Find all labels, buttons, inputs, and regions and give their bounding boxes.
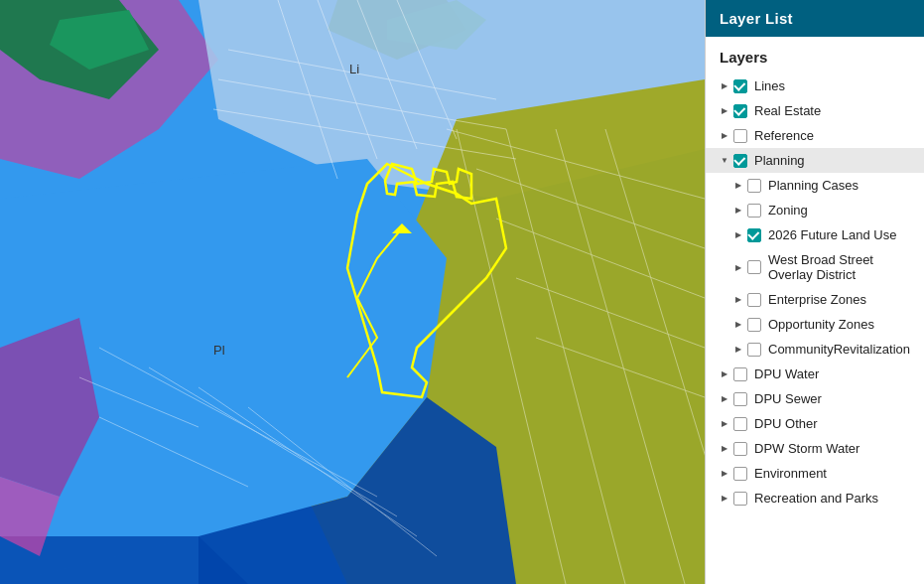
layer-checkbox-enterprise-zones[interactable] [747,293,761,307]
layer-checkbox-dpu-other[interactable] [733,417,747,431]
layer-item-community-revitalization[interactable]: ▶CommunityRevitalization [706,337,924,362]
layer-label-dpw-storm-water: DPW Storm Water [754,441,859,456]
layer-item-dpu-sewer[interactable]: ▶DPU Sewer [706,386,924,411]
expand-arrow-icon[interactable]: ▶ [733,262,743,272]
layer-label-dpu-water: DPU Water [754,366,819,381]
layer-checkbox-recreation-parks[interactable] [733,492,747,506]
layer-label-west-broad: West Broad Street Overlay District [768,252,910,282]
layers-list: ▶Lines▶Real Estate▶Reference▼Planning▶Pl… [706,73,924,511]
layer-checkbox-dpw-storm-water[interactable] [733,442,747,456]
map-area[interactable]: Li Pl [0,0,705,584]
layer-label-enterprise-zones: Enterprise Zones [768,292,866,307]
layer-item-future-land-use[interactable]: ▶2026 Future Land Use [706,222,924,247]
expand-arrow-icon[interactable]: ▶ [720,369,729,379]
layer-checkbox-lines[interactable] [733,79,747,93]
layer-item-lines[interactable]: ▶Lines [706,73,924,98]
layer-checkbox-community-revitalization[interactable] [747,343,761,357]
layer-item-opportunity-zones[interactable]: ▶Opportunity Zones [706,312,924,337]
expand-arrow-icon[interactable]: ▶ [733,181,743,191]
layer-item-dpu-other[interactable]: ▶DPU Other [706,411,924,436]
layer-label-community-revitalization: CommunityRevitalization [768,342,910,357]
expand-arrow-icon[interactable]: ▶ [733,206,743,216]
layer-item-real-estate[interactable]: ▶Real Estate [706,98,924,123]
layer-label-real-estate: Real Estate [754,103,821,118]
layer-item-environment[interactable]: ▶Environment [706,461,924,486]
layer-item-zoning[interactable]: ▶Zoning [706,198,924,222]
expand-arrow-icon[interactable]: ▶ [733,320,743,330]
layer-item-recreation-parks[interactable]: ▶Recreation and Parks [706,486,924,511]
layer-panel-header: Layer List [706,0,924,37]
layer-checkbox-planning-cases[interactable] [747,179,761,193]
layer-panel: Layer List Layers ▶Lines▶Real Estate▶Ref… [705,0,924,584]
layer-label-zoning: Zoning [768,203,808,218]
layer-checkbox-dpu-water[interactable] [733,367,747,381]
layer-item-planning-cases[interactable]: ▶Planning Cases [706,173,924,198]
expand-arrow-icon[interactable]: ▶ [720,494,729,504]
expand-arrow-icon[interactable]: ▶ [720,419,729,429]
layer-checkbox-environment[interactable] [733,467,747,481]
expand-arrow-icon[interactable]: ▶ [720,81,729,91]
layer-item-reference[interactable]: ▶Reference [706,123,924,148]
layer-checkbox-dpu-sewer[interactable] [733,392,747,406]
layer-label-planning: Planning [754,153,805,168]
expand-arrow-icon[interactable]: ▶ [733,230,743,240]
layer-label-reference: Reference [754,128,814,143]
expand-arrow-icon[interactable]: ▶ [720,444,729,454]
layer-checkbox-zoning[interactable] [747,204,761,218]
layer-item-planning[interactable]: ▼Planning [706,148,924,173]
layer-checkbox-west-broad[interactable] [747,260,761,274]
layers-title: Layers [706,37,924,73]
layer-checkbox-future-land-use[interactable] [747,228,761,242]
layer-label-dpu-other: DPU Other [754,416,818,431]
layer-label-future-land-use: 2026 Future Land Use [768,227,896,242]
layer-checkbox-opportunity-zones[interactable] [747,318,761,332]
layer-checkbox-reference[interactable] [733,129,747,143]
layer-label-planning-cases: Planning Cases [768,178,858,193]
layer-label-lines: Lines [754,78,785,93]
expand-arrow-icon[interactable]: ▶ [733,295,743,305]
expand-arrow-icon[interactable]: ▶ [720,131,729,141]
expand-arrow-icon[interactable]: ▼ [720,156,729,166]
expand-arrow-icon[interactable]: ▶ [720,394,729,404]
expand-arrow-icon[interactable]: ▶ [733,345,743,355]
layer-label-opportunity-zones: Opportunity Zones [768,317,874,332]
layer-item-west-broad[interactable]: ▶West Broad Street Overlay District [706,247,924,287]
layer-checkbox-real-estate[interactable] [733,104,747,118]
expand-arrow-icon[interactable]: ▶ [720,106,729,116]
layer-label-dpu-sewer: DPU Sewer [754,391,822,406]
layer-item-dpw-storm-water[interactable]: ▶DPW Storm Water [706,436,924,461]
layer-item-dpu-water[interactable]: ▶DPU Water [706,362,924,386]
layer-label-recreation-parks: Recreation and Parks [754,491,878,506]
layer-label-environment: Environment [754,466,827,481]
expand-arrow-icon[interactable]: ▶ [720,469,729,479]
layer-item-enterprise-zones[interactable]: ▶Enterprise Zones [706,287,924,312]
layer-checkbox-planning[interactable] [733,154,747,168]
